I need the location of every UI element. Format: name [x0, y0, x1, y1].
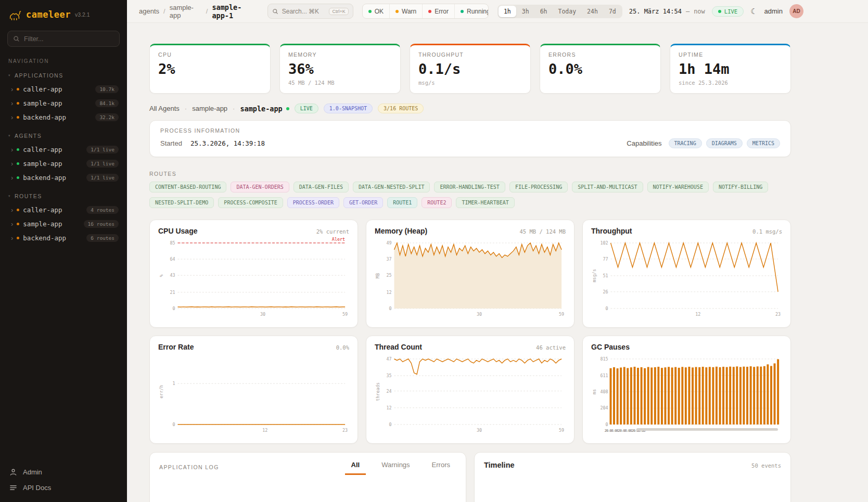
timeline-header: Timeline 50 events	[484, 461, 781, 469]
svg-text:Alert: Alert	[332, 237, 345, 242]
sidebar-filter-input[interactable]	[24, 35, 114, 43]
route-chip-get-order[interactable]: GET-ORDER	[343, 197, 383, 208]
sidebar-item-applications-backend-app[interactable]: ›backend-app32.2k	[0, 110, 127, 124]
agent-breadcrumb-all-agents[interactable]: All Agents	[149, 105, 180, 112]
sidebar-item-badge: 1/1 live	[86, 146, 119, 153]
agent-current-name: sample-app	[240, 105, 289, 113]
badge-live: LIVE	[295, 104, 318, 113]
route-chip-data-gen-files[interactable]: DATA-GEN-FILES	[293, 182, 349, 192]
status-filter-warn[interactable]: Warn	[389, 4, 422, 18]
log-tab-all[interactable]: All	[345, 461, 366, 475]
live-badge[interactable]: LIVE	[712, 6, 744, 17]
route-chip-notify-warehouse[interactable]: NOTIFY-WAREHOUSE	[647, 182, 709, 192]
route-chip-route1[interactable]: ROUTE1	[387, 197, 417, 208]
route-chip-timer-heartbeat[interactable]: TIMER-HEARTBEAT	[456, 197, 514, 208]
svg-text:msg/s: msg/s	[592, 269, 597, 282]
sidebar-footer-api-docs[interactable]: API Docs	[9, 484, 118, 492]
svg-text:12: 12	[262, 428, 267, 433]
route-chip-nested-split-demo[interactable]: NESTED-SPLIT-DEMO	[149, 197, 214, 208]
status-filter-error[interactable]: Error	[422, 4, 454, 18]
time-range-7d[interactable]: 7d	[604, 6, 621, 17]
route-chip-content-based-routing[interactable]: CONTENT-BASED-ROUTING	[149, 182, 226, 192]
time-range-24h[interactable]: 24h	[582, 6, 603, 17]
svg-text:12: 12	[386, 405, 391, 410]
log-tab-errors[interactable]: Errors	[426, 461, 456, 475]
breadcrumb-agents[interactable]: agents	[139, 7, 159, 15]
global-search[interactable]: Search... ⌘K Ctrl+K	[267, 4, 353, 19]
sidebar-item-routes-caller-app[interactable]: ›caller-app4 routes	[0, 203, 127, 217]
sidebar-item-agents-backend-app[interactable]: ›backend-app1/1 live	[0, 171, 127, 185]
svg-text:204: 204	[600, 405, 608, 410]
svg-text:0: 0	[605, 422, 608, 427]
date-range-start: 25. März 14:54	[629, 8, 682, 15]
capability-metrics[interactable]: METRICS	[747, 138, 780, 148]
stat-value: 36%	[288, 61, 392, 77]
chart-plot-throughput: 0265177102msg/s1223	[591, 237, 782, 324]
chart-header: Thread Count46 active	[375, 343, 566, 351]
route-chip-notify-billing[interactable]: NOTIFY-BILLING	[713, 182, 768, 192]
breadcrumb-sample-app[interactable]: sample-app	[170, 4, 202, 19]
sidebar-item-name: backend-app	[23, 113, 66, 121]
route-chip-error-handling-test[interactable]: ERROR-HANDLING-TEST	[434, 182, 505, 192]
nav-section-header-routes[interactable]: ▾ROUTES	[0, 193, 127, 199]
sidebar-item-agents-sample-app[interactable]: ›sample-app1/1 live	[0, 157, 127, 171]
agent-breadcrumb-sample-app[interactable]: sample-app	[192, 105, 227, 112]
agent-current-label: sample-app	[240, 105, 282, 113]
stat-card-uptime: UPTIME1h 14msince 25.3.2026	[670, 44, 791, 94]
sidebar-item-routes-backend-app[interactable]: ›backend-app6 routes	[0, 231, 127, 245]
route-chip-split-and-multicast[interactable]: SPLIT-AND-MULTICAST	[572, 182, 643, 192]
theme-toggle-button[interactable]: ☾	[750, 7, 757, 15]
capability-diagrams[interactable]: DIAGRAMS	[706, 138, 743, 148]
sidebar-item-agents-caller-app[interactable]: ›caller-app1/1 live	[0, 143, 127, 157]
chart-title: Memory (Heap)	[375, 227, 427, 235]
sidebar-item-routes-sample-app[interactable]: ›sample-app16 routes	[0, 217, 127, 231]
svg-text:0: 0	[389, 422, 391, 427]
nav-section-header-applications[interactable]: ▾APPLICATIONS	[0, 72, 127, 79]
search-icon	[13, 35, 20, 42]
time-range-1h[interactable]: 1h	[499, 6, 516, 17]
log-tab-warnings[interactable]: Warnings	[375, 461, 416, 475]
route-chip-data-gen-orders[interactable]: DATA-GEN-ORDERS	[231, 182, 289, 192]
sidebar-item-applications-caller-app[interactable]: ›caller-app10.7k	[0, 82, 127, 96]
svg-text:49: 49	[386, 240, 391, 246]
svg-text:24: 24	[386, 389, 391, 394]
chart-header: Throughput0.1 msg/s	[591, 227, 782, 235]
chevron-right-icon: ›	[11, 174, 13, 181]
capability-tracing[interactable]: TRACING	[669, 138, 702, 148]
capabilities: Capabilities TRACINGDIAGRAMSMETRICS	[627, 138, 780, 148]
nav-section-header-agents[interactable]: ▾AGENTS	[0, 133, 127, 139]
application-log-header: APPLICATION LOG AllWarningsErrors	[159, 461, 456, 475]
chart-header: CPU Usage2% current	[158, 227, 349, 235]
route-chip-file-processing[interactable]: FILE-PROCESSING	[509, 182, 568, 192]
bottom-row: APPLICATION LOG AllWarningsErrors Timeli…	[149, 452, 791, 502]
chart-header: GC Pauses	[591, 343, 782, 351]
live-label: LIVE	[724, 8, 737, 15]
process-information-row: Started 25.3.2026, 14:39:18 Capabilities…	[160, 138, 780, 148]
breadcrumb: agents/sample-app/sample-app-1	[139, 3, 259, 20]
date-range[interactable]: 25. März 14:54 – now	[629, 8, 705, 15]
route-chip-route2[interactable]: ROUTE2	[422, 197, 452, 208]
time-range-3h[interactable]: 3h	[517, 6, 534, 17]
avatar[interactable]: AD	[789, 4, 803, 18]
stat-card-cpu: CPU2%	[149, 44, 271, 94]
chart-plot-memory-heap: 012253749MB3059	[375, 237, 566, 324]
stat-card-errors: ERRORS0.0%	[540, 44, 661, 94]
item-status-dot	[17, 148, 19, 151]
status-filter-running[interactable]: Running	[454, 4, 489, 18]
sidebar-item-applications-sample-app[interactable]: ›sample-app84.1k	[0, 96, 127, 110]
route-chip-data-gen-nested-split[interactable]: DATA-GEN-NESTED-SPLIT	[353, 182, 430, 192]
sidebar-item-name: caller-app	[23, 85, 62, 93]
breadcrumb-separator: /	[206, 7, 208, 15]
chart-current-value: 0.1 msg/s	[752, 228, 782, 235]
item-status-dot	[17, 88, 19, 91]
status-filter-ok[interactable]: OK	[363, 4, 389, 18]
time-range-today[interactable]: Today	[553, 6, 581, 17]
route-chip-process-order[interactable]: PROCESS-ORDER	[287, 197, 339, 208]
route-chip-process-composite[interactable]: PROCESS-COMPOSITE	[218, 197, 283, 208]
time-range-6h[interactable]: 6h	[535, 6, 553, 17]
sidebar-footer-admin[interactable]: Admin	[9, 468, 118, 476]
time-range-selector: 1h3h6hToday24h7d	[497, 5, 622, 18]
capabilities-label: Capabilities	[627, 139, 661, 147]
search-placeholder: Search... ⌘K	[282, 8, 319, 15]
app-logo[interactable]: cameleer v3.2.1	[0, 0, 127, 26]
